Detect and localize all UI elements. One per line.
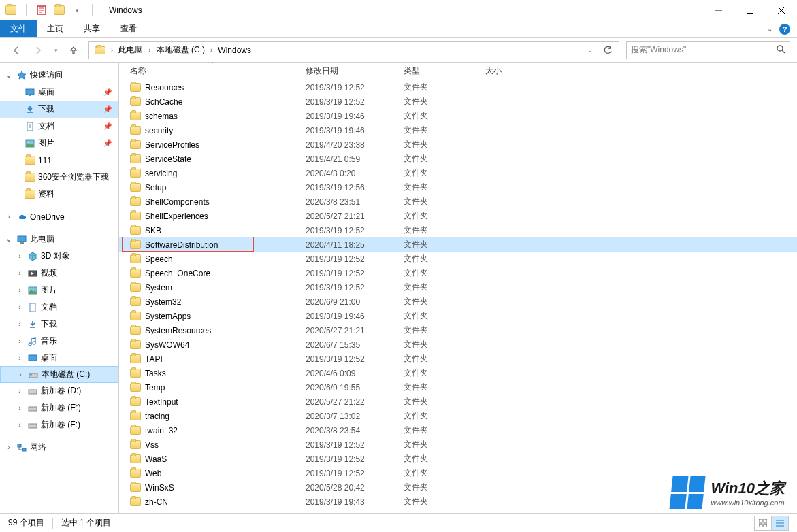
table-row[interactable]: servicing2020/4/3 0:20文件夹 [119,166,797,180]
chevron-right-icon[interactable]: › [110,46,114,54]
tree-drive-c[interactable]: › 本地磁盘 (C:) [0,366,118,383]
chevron-right-icon[interactable]: › [16,371,25,378]
tree-drive-e[interactable]: › 新加卷 (E:) [0,399,118,416]
recent-dropdown-icon[interactable]: ▾ [50,41,61,60]
tree-documents2[interactable]: › 文档 [0,299,118,316]
table-row[interactable]: Temp2020/6/9 19:55文件夹 [119,380,797,395]
tree-drive-f[interactable]: › 新加卷 (F:) [0,416,118,433]
column-date[interactable]: 修改日期 [300,63,398,80]
chevron-right-icon[interactable]: › [209,46,214,54]
chevron-right-icon[interactable]: › [15,269,25,277]
chevron-right-icon[interactable]: › [15,421,25,429]
chevron-right-icon[interactable]: › [15,387,25,395]
table-row[interactable]: Setup2019/3/19 12:56文件夹 [119,180,797,195]
tree-desktop2[interactable]: › 桌面 [0,350,118,367]
chevron-down-icon[interactable]: ⌄ [4,235,14,243]
refresh-button[interactable] [600,43,616,58]
table-row[interactable]: SystemResources2020/5/27 21:21文件夹 [119,323,797,337]
tree-this-pc[interactable]: ⌄ 此电脑 [0,231,118,248]
breadcrumb-thispc[interactable]: 此电脑 [116,42,146,59]
table-row[interactable]: System322020/6/9 21:00文件夹 [119,295,797,309]
chevron-right-icon[interactable]: › [15,320,25,328]
file-rows[interactable]: Resources2019/3/19 12:52文件夹SchCache2019/… [119,80,797,513]
nav-tree[interactable]: ⌄ 快速访问 桌面 📌 下载 📌 文档 📌 图片 📌 111 [0,63,119,513]
tree-folder-111[interactable]: 111 [0,152,118,169]
breadcrumb-drive[interactable]: 本地磁盘 (C:) [154,42,208,59]
breadcrumb-folder[interactable]: Windows [215,42,254,59]
table-row[interactable]: twain_322020/3/8 23:54文件夹 [119,423,797,437]
table-row[interactable]: ServiceState2019/4/21 0:59文件夹 [119,152,797,166]
table-row[interactable]: WaaS2019/3/19 12:52文件夹 [119,452,797,466]
search-icon[interactable] [776,44,785,56]
table-row[interactable]: System2019/3/19 12:52文件夹 [119,280,797,295]
tree-onedrive[interactable]: › OneDrive [0,208,118,225]
table-row[interactable]: security2019/3/19 19:46文件夹 [119,123,797,137]
table-row[interactable]: Vss2019/3/19 12:52文件夹 [119,437,797,452]
table-row[interactable]: SchCache2019/3/19 12:52文件夹 [119,95,797,109]
table-row[interactable]: SoftwareDistribution2020/4/11 18:25文件夹 [119,237,797,252]
table-row[interactable]: Resources2019/3/19 12:52文件夹 [119,80,797,95]
tree-documents[interactable]: 文档 📌 [0,118,118,135]
back-button[interactable] [7,41,26,60]
chevron-right-icon[interactable]: › [15,404,25,412]
tree-quick-access[interactable]: ⌄ 快速访问 [0,67,118,84]
tree-pictures[interactable]: 图片 📌 [0,135,118,152]
table-row[interactable]: SKB2019/3/19 12:52文件夹 [119,223,797,237]
table-row[interactable]: ServiceProfiles2019/4/20 23:38文件夹 [119,137,797,152]
chevron-right-icon[interactable]: › [15,252,25,260]
table-row[interactable]: TAPI2019/3/19 12:52文件夹 [119,352,797,366]
column-size[interactable]: 大小 [480,63,541,80]
close-button[interactable] [766,0,797,20]
tree-downloads[interactable]: 下载 📌 [0,101,118,118]
view-details-button[interactable] [771,516,789,531]
chevron-down-icon[interactable]: ⌄ [4,71,14,79]
tree-drive-d[interactable]: › 新加卷 (D:) [0,382,118,399]
column-name[interactable]: ˄名称 [125,63,300,80]
table-row[interactable]: ShellExperiences2020/5/27 21:21文件夹 [119,209,797,223]
table-row[interactable]: ShellComponents2020/3/8 23:51文件夹 [119,195,797,209]
addr-folder-icon[interactable] [92,42,108,59]
up-button[interactable] [64,41,83,60]
maximize-button[interactable] [734,0,766,20]
qat-dropdown-icon[interactable]: ▾ [71,5,82,16]
chevron-right-icon[interactable]: › [15,303,25,311]
table-row[interactable]: schemas2019/3/19 19:46文件夹 [119,109,797,123]
tab-file[interactable]: 文件 [0,20,37,37]
search-input[interactable]: 搜索"Windows" [626,41,790,59]
table-row[interactable]: Speech2019/3/19 12:52文件夹 [119,252,797,266]
column-type[interactable]: 类型 [398,63,480,80]
new-folder-qat-icon[interactable] [54,5,65,16]
tree-pictures2[interactable]: › 图片 [0,282,118,299]
chevron-right-icon[interactable]: › [15,354,25,362]
chevron-right-icon[interactable]: › [4,444,14,451]
tab-view[interactable]: 查看 [110,20,147,37]
tree-network[interactable]: › 网络 [0,439,118,456]
ribbon-expand-icon[interactable]: ⌄ [767,25,772,33]
tree-desktop[interactable]: 桌面 📌 [0,84,118,101]
table-row[interactable]: Speech_OneCore2019/3/19 12:52文件夹 [119,266,797,280]
help-icon[interactable]: ? [779,24,790,35]
table-row[interactable]: SystemApps2019/3/19 19:46文件夹 [119,309,797,323]
tab-home[interactable]: 主页 [37,20,74,37]
table-row[interactable]: SysWOW642020/6/7 15:35文件夹 [119,337,797,352]
address-bar[interactable]: › 此电脑 › 本地磁盘 (C:) › Windows ⌄ [88,41,619,59]
minimize-button[interactable] [703,0,734,20]
addr-dropdown-icon[interactable]: ⌄ [582,43,598,58]
tree-browser-downloads[interactable]: 360安全浏览器下载 [0,169,118,186]
tree-materials[interactable]: 资料 [0,186,118,203]
table-row[interactable]: TextInput2020/5/27 21:22文件夹 [119,395,797,409]
chevron-right-icon[interactable]: › [147,46,152,54]
tab-share[interactable]: 共享 [74,20,110,37]
tree-downloads2[interactable]: › 下载 [0,316,118,333]
view-thumbnails-button[interactable] [754,516,772,531]
properties-qat-icon[interactable] [36,5,47,16]
table-row[interactable]: Tasks2020/4/6 0:09文件夹 [119,366,797,380]
chevron-right-icon[interactable]: › [4,213,14,220]
chevron-right-icon[interactable]: › [15,337,25,345]
tree-3d-objects[interactable]: › 3D 对象 [0,248,118,265]
tree-music[interactable]: › 音乐 [0,333,118,350]
chevron-right-icon[interactable]: › [15,286,25,294]
table-row[interactable]: tracing2020/3/7 13:02文件夹 [119,409,797,423]
forward-button[interactable] [29,41,48,60]
tree-videos[interactable]: › 视频 [0,265,118,282]
